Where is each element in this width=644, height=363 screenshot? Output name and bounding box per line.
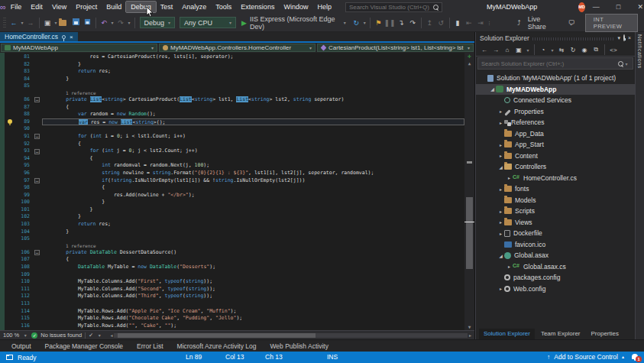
member-dropdown[interactable]: CartesianProduct(List<string> lst1, List… [317,44,474,52]
refresh-dropdown-icon[interactable]: ▾ [362,20,367,25]
navigate-back-icon[interactable]: ← [8,15,19,31]
step-over-icon[interactable]: ↷ [407,15,419,31]
code-line-100[interactable]: 100 } [5,199,464,206]
code-text[interactable]: } [42,61,464,69]
expand-collapsed-icon[interactable]: ▸ [497,209,504,214]
breakpoint-margin[interactable] [5,199,16,206]
tree-item-global-asax-cs[interactable]: ▸Global.asax.cs [476,261,635,273]
breakpoint-margin[interactable] [5,155,16,163]
code-line-105[interactable]: 105 [5,235,464,243]
save-all-icon[interactable] [82,15,93,31]
notifications-tab-label[interactable]: Notifications [637,34,642,69]
code-text[interactable]: } [42,206,464,214]
scroll-up-icon[interactable]: ▲ [464,60,474,66]
se-view-code-icon[interactable]: <> [608,47,619,53]
tree-item-models[interactable]: Models [476,195,635,206]
add-to-source-control-button[interactable]: ↑ Add to Source Control ▴ [547,352,624,363]
code-line-113[interactable]: 113 [5,300,464,308]
code-text[interactable]: string newline = string.Format("{0}{2}{1… [42,170,464,177]
menu-extensions[interactable]: Extensions [236,2,279,12]
expand-collapsed-icon[interactable]: ▸ [497,231,504,236]
code-line-98[interactable]: 98 { [5,184,464,192]
fold-collapse-icon[interactable]: – [34,249,42,257]
tree-item-mymadwebapp[interactable]: ◢MyMADWebApp [476,84,635,96]
fold-collapse-icon[interactable]: – [34,133,42,141]
breakpoint-margin[interactable] [5,286,16,293]
breakpoint-margin[interactable] [5,249,16,257]
tree-item-views[interactable]: ▸Views [476,217,635,228]
code-line-94[interactable]: 94 { [5,155,464,163]
attach-to-process-icon[interactable]: ⚑ [373,15,384,31]
scroll-down-icon[interactable]: ▼ [464,324,474,330]
code-text[interactable]: MyTable.Rows.Add("Apple Pie", "Ice Cream… [42,308,464,316]
code-text[interactable]: { [42,104,464,112]
scrollbar-thumb[interactable] [466,197,473,269]
code-line-84[interactable]: 84 } [5,76,464,83]
zoom-level-dropdown[interactable]: 100 % [3,332,19,339]
breakpoint-margin[interactable] [5,96,16,104]
tree-item-packages-config[interactable]: packages.config [476,272,635,284]
code-text[interactable]: MyTable.Columns.Add("Second", typeof(str… [42,286,464,293]
code-line-88[interactable]: 88 var random = new Random(); [5,111,464,118]
code-text[interactable] [42,125,464,133]
code-text[interactable]: return res; [42,221,464,228]
breakpoint-margin[interactable] [5,61,16,69]
feedback-icon[interactable]: 🗩 [566,15,578,31]
se-views-dropdown-icon[interactable]: ▾ [525,47,531,53]
undo-icon[interactable]: ↶ [98,15,109,31]
code-line-116[interactable]: 116 MyTable.Rows.Add("", "Cake", ""); [5,322,464,330]
code-text[interactable]: int randomval = random.Next(j, 100); [42,162,464,170]
code-text[interactable]: { [42,184,464,192]
menu-debug[interactable]: Debug [126,2,156,12]
se-home-icon[interactable]: ⌂ [502,47,513,53]
breakpoint-margin[interactable] [5,104,16,112]
start-debugging-button[interactable]: ▶ IIS Express (Microsoft Edge Dev) ▾ [241,15,348,31]
solution-explorer-header[interactable]: Solution Explorer ▾ × [476,32,635,44]
menu-help[interactable]: Help [312,2,336,12]
se-switch-views-icon[interactable]: ▣ [513,47,524,53]
code-lens-references[interactable]: 1 reference [5,90,464,96]
breakpoint-margin[interactable] [5,221,16,228]
bottom-tab-package-manager-console[interactable]: Package Manager Console [40,341,129,352]
code-line-91[interactable]: 91– for (int i = 0; i < lst1.Count; i++) [5,133,464,141]
se-filter-dropdown-icon[interactable]: ▾ [549,47,555,53]
next-bookmark-icon[interactable]: ⇥ [475,15,487,31]
expand-collapsed-icon[interactable]: ▸ [497,120,504,125]
code-line-107[interactable]: 107 { [5,256,464,264]
code-text[interactable]: } [42,199,464,206]
new-project-icon[interactable]: ▣ [41,15,53,31]
code-cleanup-icon[interactable]: ✓ [89,332,93,339]
solution-explorer-search-input[interactable] [481,60,618,67]
step-out-icon[interactable]: ↥ [424,15,435,31]
se-search-dropdown-icon[interactable]: ▾ [623,61,629,66]
code-line-106[interactable]: 106– private DataTable DessertDataSource… [5,249,464,257]
breakpoint-margin[interactable] [5,300,16,308]
se-show-all-files-icon[interactable]: ⧉ [591,46,601,53]
breakpoint-margin[interactable] [5,206,16,214]
se-pending-changes-filter-icon[interactable]: ◔ [538,47,549,53]
tree-item-web-config[interactable]: ▸Web.config [476,284,635,295]
fold-collapse-icon[interactable]: – [34,147,42,155]
expand-expanded-icon[interactable]: ◢ [489,86,496,92]
code-text[interactable]: MyTable.Rows.Add("Chocolate Cake", "Pudd… [42,315,464,322]
navigate-forward-icon[interactable]: → [25,15,37,31]
code-line-87[interactable]: 87 { [5,104,464,112]
code-line-114[interactable]: 114 MyTable.Rows.Add("Apple Pie", "Ice C… [5,308,464,316]
code-line-110[interactable]: 110 MyTable.Columns.Add("First", typeof(… [5,278,464,286]
code-text[interactable]: res = CartesianProduct(res, lsts[i], sep… [42,53,464,61]
code-text[interactable]: DataTable MyTable = new DataTable("Desse… [42,264,464,271]
bottom-tab-output[interactable]: Output [6,341,37,352]
bottom-tab-microsoft-azure-activity-log[interactable]: Microsoft Azure Activity Log [172,341,262,352]
breakpoint-margin[interactable] [5,111,16,118]
redo-dropdown-icon[interactable]: ▾ [127,20,132,25]
close-tab-icon[interactable]: × [70,34,73,41]
scroll-left-icon[interactable]: ◂ [110,332,112,338]
code-text[interactable]: for (int j = 0; j < lst2.Count; j++) [42,147,464,155]
se-sync-active-document-icon[interactable]: ⇆ [556,47,567,53]
fold-collapse-icon[interactable]: – [34,96,42,104]
breakpoint-margin[interactable] [5,235,16,243]
code-line-92[interactable]: 92 { [5,141,464,148]
panel-dropdown-icon[interactable]: ▾ [617,35,620,41]
code-text[interactable]: } [42,228,464,236]
code-lens-references[interactable]: 1 reference [5,243,464,249]
